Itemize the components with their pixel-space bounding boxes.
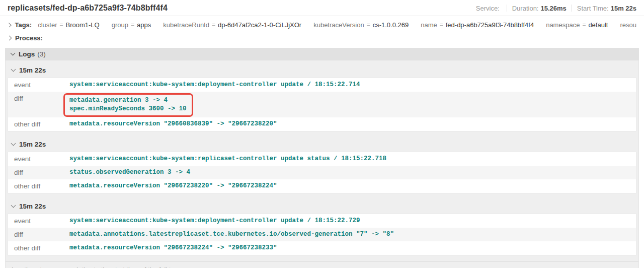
table-row: other diff metadata.resourceVersion "296…: [8, 179, 636, 193]
log-timestamp: 15m 22s: [19, 203, 46, 210]
tag-value: fed-dp-a6b725a9f3-74b8bff4f4: [446, 21, 534, 29]
duration-meta: Duration: 15.26ms: [512, 5, 567, 12]
log-kv-table: event system:serviceaccount:kube-system:…: [8, 78, 636, 131]
tag-equals: =: [440, 21, 443, 28]
kv-value: system:serviceaccount:kube-system:deploy…: [69, 217, 360, 225]
span-header: replicasets/fed-dp-a6b725a9f3-74b8bff4f4…: [0, 0, 644, 16]
table-row: event system:serviceaccount:kube-system:…: [8, 78, 636, 92]
chevron-down-icon[interactable]: [11, 141, 16, 146]
log-group-header[interactable]: 15m 22s: [6, 139, 638, 152]
log-timestamp: 15m 22s: [19, 141, 46, 148]
divider: [507, 5, 507, 12]
tag-cluster: cluster = Broom1-LQ: [38, 21, 100, 29]
tag-value: cs-1.0.0.269: [373, 21, 409, 29]
tag-key: group: [112, 21, 128, 29]
tag-value: Broom1-LQ: [66, 21, 100, 29]
log-kv-table: event system:serviceaccount:kube-system:…: [8, 152, 636, 193]
tag-value: apps: [137, 21, 151, 29]
kv-key: diff: [14, 94, 69, 102]
start-time-value: 15m 22s: [611, 5, 636, 12]
kv-key: event: [14, 81, 69, 89]
tag-namespace: namespace = default: [546, 21, 608, 29]
tag-key: kubetraceRunId: [163, 21, 209, 29]
tag-key: cluster: [38, 21, 57, 29]
tag-key: name: [421, 21, 437, 29]
chevron-down-icon[interactable]: [11, 67, 16, 72]
tag-equals: =: [59, 21, 63, 28]
logs-body: 15m 22s event system:serviceaccount:kube…: [5, 60, 639, 268]
kv-key: other diff: [14, 182, 69, 190]
logs-footer-note: Log timestamps are relative to the start…: [6, 261, 638, 268]
start-time-label: Start Time:: [577, 5, 609, 12]
kv-key: event: [14, 155, 69, 163]
table-row: event system:serviceaccount:kube-system:…: [8, 152, 636, 166]
tag-resource: resource = replicasets…: [620, 21, 636, 29]
table-row: event system:serviceaccount:kube-system:…: [8, 214, 636, 228]
kv-value: metadata.resourceVersion "29660836839" -…: [69, 120, 277, 128]
span-title: replicasets/fed-dp-a6b725a9f3-74b8bff4f4: [8, 4, 168, 13]
log-timestamp: 15m 22s: [19, 66, 46, 74]
chevron-right-icon[interactable]: [7, 22, 12, 27]
tag-equals: =: [367, 21, 370, 28]
tags-label: Tags:: [15, 21, 32, 29]
tag-key: namespace: [546, 21, 580, 29]
logs-header[interactable]: Logs (3): [5, 48, 639, 60]
log-group: 15m 22s event system:serviceaccount:kube…: [6, 60, 638, 131]
tag-value: dp-6d47af2ca2-1-0-CiLJjXOr: [218, 21, 301, 29]
kv-key: diff: [14, 168, 69, 176]
tag-kubetrace-run-id: kubetraceRunId = dp-6d47af2ca2-1-0-CiLJj…: [163, 21, 301, 29]
divider: [572, 5, 572, 12]
tag-value: default: [588, 21, 608, 29]
kv-key: diff: [14, 230, 69, 238]
tag-kubetrace-version: kubetraceVersion = cs-1.0.0.269: [313, 21, 409, 29]
tags-row[interactable]: Tags: cluster = Broom1-LQ group = apps k…: [0, 16, 644, 31]
kv-value: metadata.generation 3 -> 4: [69, 96, 187, 105]
kv-value: spec.minReadySeconds 3600 -> 10: [69, 105, 187, 113]
start-time-meta: Start Time: 15m 22s: [577, 5, 636, 12]
service-label: Service:: [476, 5, 500, 12]
log-group: 15m 22s event system:serviceaccount:kube…: [6, 193, 638, 255]
kv-key: other diff: [14, 244, 69, 252]
kv-value: system:serviceaccount:kube-system:replic…: [69, 155, 386, 163]
span-header-meta: Service: Duration: 15.26ms Start Time: 1…: [476, 5, 636, 12]
log-group: 15m 22s event system:serviceaccount:kube…: [6, 131, 638, 193]
kv-key: other diff: [14, 120, 69, 128]
table-row: diff metadata.generation 3 -> 4 spec.min…: [8, 92, 636, 117]
table-row: diff status.observedGeneration 3 -> 4: [8, 166, 636, 179]
log-group-header[interactable]: 15m 22s: [6, 65, 638, 78]
table-row: diff metadata.annotations.latestreplicas…: [8, 228, 636, 241]
tag-equals: =: [582, 21, 586, 28]
process-row[interactable]: Process:: [0, 31, 644, 46]
log-kv-table: event system:serviceaccount:kube-system:…: [8, 214, 636, 255]
table-row: other diff metadata.resourceVersion "296…: [8, 117, 636, 131]
process-label: Process:: [15, 34, 43, 42]
service-meta: Service:: [476, 5, 502, 12]
chevron-down-icon[interactable]: [11, 51, 16, 56]
kv-value: metadata.annotations.latestreplicaset.tc…: [69, 230, 394, 239]
kv-value: status.observedGeneration 3 -> 4: [69, 168, 190, 177]
duration-label: Duration:: [512, 5, 539, 12]
table-row: other diff metadata.resourceVersion "296…: [8, 241, 636, 255]
logs-title: Logs: [19, 50, 35, 58]
chevron-down-icon[interactable]: [11, 203, 16, 208]
chevron-right-icon[interactable]: [7, 36, 12, 41]
tag-equals: =: [212, 21, 215, 28]
kv-value: metadata.resourceVersion "29667238224" -…: [69, 244, 277, 252]
logs-section: Logs (3) 15m 22s event system:serviceacc…: [5, 48, 639, 268]
kv-key: event: [14, 217, 69, 225]
tag-group: group = apps: [112, 21, 151, 29]
log-group-header[interactable]: 15m 22s: [6, 201, 638, 214]
tag-name: name = fed-dp-a6b725a9f3-74b8bff4f4: [421, 21, 534, 29]
kv-value: system:serviceaccount:kube-system:deploy…: [69, 81, 360, 89]
duration-value: 15.26ms: [540, 5, 566, 12]
logs-count: (3): [37, 50, 46, 58]
kv-value: metadata.resourceVersion "29667238220" -…: [69, 182, 277, 190]
tag-equals: =: [131, 21, 134, 28]
tag-list: cluster = Broom1-LQ group = apps kubetra…: [38, 21, 636, 29]
tag-key: resource: [620, 21, 636, 29]
span-detail-panel: replicasets/fed-dp-a6b725a9f3-74b8bff4f4…: [0, 0, 644, 268]
tag-key: kubetraceVersion: [313, 21, 364, 29]
diff-highlight-box: metadata.generation 3 -> 4 spec.minReady…: [63, 93, 193, 117]
